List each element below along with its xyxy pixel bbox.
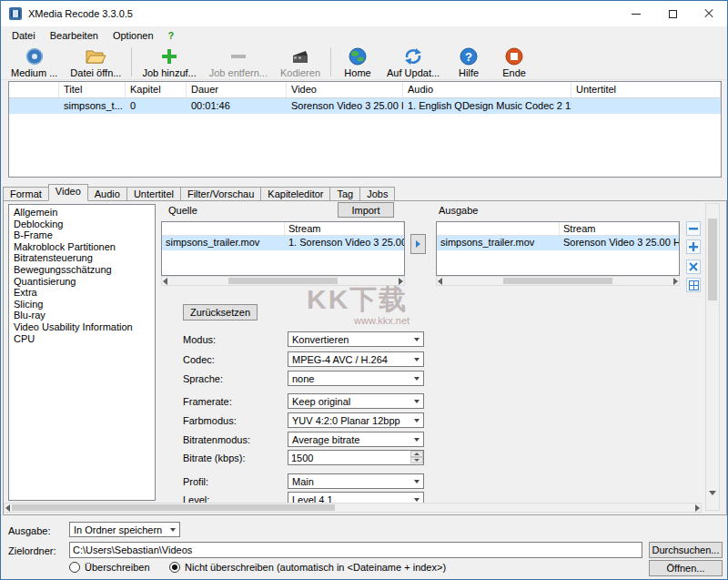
target-folder-label: Zielordner: bbox=[8, 545, 56, 556]
sprache-label: Sprache: bbox=[183, 373, 223, 384]
browse-button[interactable]: Durchsuchen... bbox=[649, 542, 723, 558]
menu-optionen[interactable]: Optionen bbox=[106, 28, 161, 43]
reset-button[interactable]: Zurücksetzen bbox=[183, 304, 258, 321]
overwrite-radio[interactable]: Überschreiben bbox=[69, 562, 150, 573]
open-button[interactable]: Öffnen... bbox=[649, 560, 723, 576]
tab-jobs[interactable]: Jobs bbox=[359, 187, 395, 201]
sidebar-item-bewegungsschaetzung[interactable]: Bewegungsschätzung bbox=[9, 264, 155, 276]
maximize-button[interactable] bbox=[654, 1, 691, 26]
radio-checked-icon[interactable] bbox=[169, 562, 180, 573]
stream-add-button[interactable] bbox=[686, 239, 701, 254]
add-job-button[interactable]: Job hinzuf... bbox=[136, 45, 202, 79]
scroll-right-icon[interactable] bbox=[399, 278, 403, 285]
panel-hscrollbar[interactable] bbox=[4, 503, 702, 513]
bitrate-input[interactable] bbox=[288, 450, 424, 465]
codec-label: Codec: bbox=[183, 354, 215, 365]
no-overwrite-radio[interactable]: Nicht überschreiben (automatisch in <Dat… bbox=[169, 562, 446, 573]
source-stream-column[interactable]: Stream bbox=[285, 222, 404, 235]
scroll-right-icon[interactable] bbox=[695, 504, 700, 512]
scroll-left-icon[interactable] bbox=[438, 278, 442, 285]
framerate-select[interactable]: Keep original bbox=[288, 393, 424, 409]
bitrate-spinner[interactable] bbox=[410, 451, 423, 463]
bitrate-field-wrap bbox=[288, 450, 424, 465]
sidebar-item-allgemein[interactable]: Allgemein bbox=[9, 207, 155, 219]
scroll-down-icon[interactable] bbox=[709, 495, 716, 506]
maximize-icon bbox=[669, 10, 677, 18]
sidebar-item-b-frame[interactable]: B-Frame bbox=[9, 229, 155, 241]
tab-untertitel[interactable]: Untertitel bbox=[126, 187, 181, 201]
encode-button[interactable]: Kodieren bbox=[274, 45, 327, 79]
tab-kapiteleditor[interactable]: Kapiteleditor bbox=[260, 187, 330, 201]
sidebar-item-makroblock[interactable]: Makroblock Partitionen bbox=[9, 241, 155, 253]
job-row-selected[interactable]: simpsons_t... 0 00:01:46 Sorenson Video … bbox=[9, 98, 721, 114]
app-window: XMedia Recode 3.3.0.5 Datei Bearbeiten O… bbox=[0, 0, 728, 580]
vscroll-thumb[interactable] bbox=[708, 219, 717, 300]
job-duration: 00:01:46 bbox=[187, 98, 287, 114]
sidebar-item-extra[interactable]: Extra bbox=[9, 287, 155, 299]
sidebar-item-vui[interactable]: Video Usability Information bbox=[9, 321, 155, 333]
profil-select[interactable]: Main bbox=[288, 473, 424, 489]
sprache-select[interactable]: none bbox=[288, 371, 424, 386]
menu-hilfe[interactable]: ? bbox=[161, 28, 182, 43]
update-button[interactable]: Auf Updat... bbox=[380, 45, 446, 79]
tab-audio[interactable]: Audio bbox=[87, 187, 127, 201]
home-button[interactable]: Home bbox=[335, 45, 380, 79]
scroll-left-icon[interactable] bbox=[5, 504, 10, 512]
menu-bearbeiten[interactable]: Bearbeiten bbox=[43, 28, 106, 43]
output-stream-column[interactable]: Stream bbox=[560, 222, 679, 235]
spin-up-icon[interactable] bbox=[410, 451, 423, 457]
scroll-right-icon[interactable] bbox=[673, 278, 678, 285]
exit-button[interactable]: Ende bbox=[491, 45, 537, 79]
import-button[interactable]: Import bbox=[338, 202, 394, 218]
remove-job-button[interactable]: Job entfern... bbox=[203, 45, 274, 79]
close-button[interactable] bbox=[691, 1, 727, 26]
source-table-hscrollbar[interactable] bbox=[161, 276, 405, 286]
sidebar-item-deblocking[interactable]: Deblocking bbox=[9, 219, 155, 230]
codec-select[interactable]: MPEG-4 AVC / H.264 bbox=[288, 351, 424, 367]
open-file-button[interactable]: Datei öffn... bbox=[64, 45, 127, 79]
output-mode-select[interactable]: In Ordner speichern bbox=[69, 522, 180, 537]
menu-datei[interactable]: Datei bbox=[5, 28, 43, 43]
help-button[interactable]: ? Hilfe bbox=[446, 45, 491, 79]
source-stream-row[interactable]: simpsons_trailer.mov 1. Sorenson Video 3… bbox=[162, 236, 404, 250]
farbmodus-select[interactable]: YUV 4:2:0 Planar 12bpp bbox=[288, 412, 424, 428]
tab-format[interactable]: Format bbox=[3, 187, 49, 201]
tab-filter-vorschau[interactable]: Filter/Vorschau bbox=[180, 187, 261, 201]
minimize-button[interactable] bbox=[618, 1, 654, 26]
output-file: simpsons_trailer.mov bbox=[437, 236, 560, 250]
column-header-dauer[interactable]: Dauer bbox=[187, 82, 287, 97]
scroll-up-icon[interactable] bbox=[709, 208, 716, 219]
sidebar-item-blu-ray[interactable]: Blu-ray bbox=[9, 310, 155, 321]
copy-stream-button[interactable] bbox=[410, 234, 426, 254]
column-header-audio[interactable]: Audio bbox=[403, 82, 571, 97]
panel-vscrollbar[interactable] bbox=[705, 203, 720, 511]
source-file-column[interactable] bbox=[162, 222, 285, 235]
medium-button[interactable]: Medium ... bbox=[5, 45, 64, 79]
sidebar-item-quantisierung[interactable]: Quantisierung bbox=[9, 276, 155, 288]
hscroll-thumb[interactable] bbox=[12, 504, 335, 511]
column-header-titel[interactable]: Titel bbox=[59, 82, 126, 97]
tab-tag[interactable]: Tag bbox=[329, 187, 360, 201]
column-header-untertitel[interactable]: Untertitel bbox=[571, 82, 721, 97]
output-table-hscrollbar[interactable] bbox=[436, 276, 680, 286]
output-label: Ausgabe bbox=[439, 205, 478, 216]
bitratenmodus-select[interactable]: Average bitrate bbox=[288, 432, 424, 447]
sidebar-item-bitratensteuerung[interactable]: Bitratensteuerung bbox=[9, 252, 155, 264]
column-header-blank[interactable] bbox=[9, 82, 59, 97]
stream-up-button[interactable] bbox=[686, 221, 701, 236]
target-folder-input[interactable] bbox=[69, 542, 642, 558]
column-header-video[interactable]: Video bbox=[287, 82, 403, 97]
modus-select[interactable]: Konvertieren bbox=[288, 331, 424, 347]
window-controls bbox=[618, 1, 727, 26]
spin-down-icon[interactable] bbox=[410, 457, 423, 463]
radio-unchecked-icon[interactable] bbox=[69, 562, 80, 573]
sidebar-item-cpu[interactable]: CPU bbox=[9, 333, 155, 345]
tab-video[interactable]: Video bbox=[48, 184, 88, 201]
sidebar-item-slicing[interactable]: Slicing bbox=[9, 299, 155, 310]
stream-remove-button[interactable] bbox=[686, 259, 701, 274]
output-stream-row[interactable]: simpsons_trailer.mov Sorenson Video 3 25… bbox=[437, 236, 679, 250]
column-header-kapitel[interactable]: Kapitel bbox=[126, 82, 187, 97]
stream-grid-button[interactable] bbox=[686, 278, 701, 292]
scroll-left-icon[interactable] bbox=[163, 278, 167, 285]
output-file-column[interactable] bbox=[437, 222, 560, 235]
